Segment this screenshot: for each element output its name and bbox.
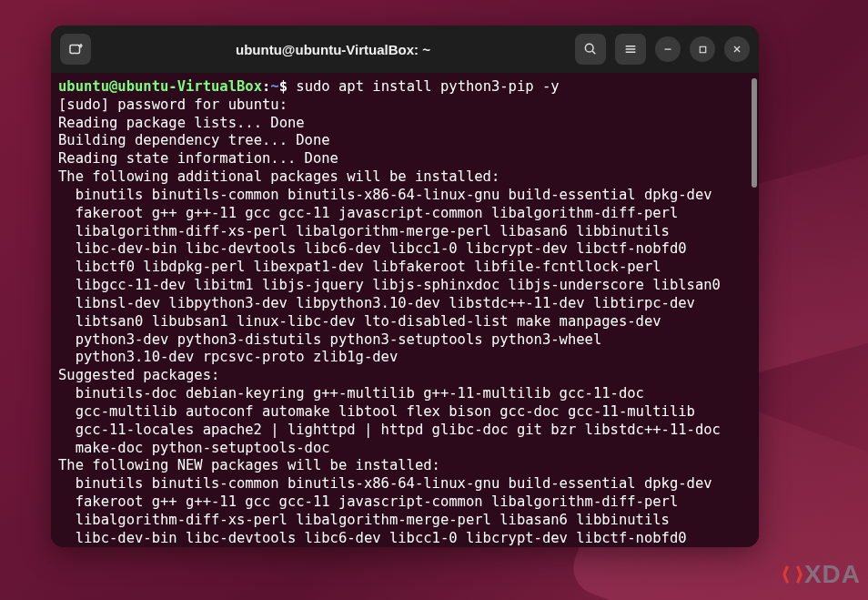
hamburger-icon: [623, 42, 638, 56]
package-line: python3.10-dev rpcsvc-proto zlib1g-dev: [58, 349, 752, 367]
close-button[interactable]: [724, 36, 750, 62]
package-line: libalgorithm-diff-xs-perl libalgorithm-m…: [58, 223, 752, 241]
command-text: sudo apt install python3-pip -y: [296, 78, 559, 95]
menu-button[interactable]: [615, 34, 646, 65]
search-icon: [583, 42, 598, 56]
package-line: libalgorithm-diff-xs-perl libalgorithm-m…: [58, 512, 752, 530]
output-line: Reading state information... Done: [58, 150, 752, 168]
minimize-button[interactable]: [655, 36, 681, 62]
prompt-dollar: $: [279, 78, 297, 95]
new-tab-icon: [67, 41, 84, 57]
output-line: The following NEW packages will be insta…: [58, 457, 752, 475]
prompt-userhost: ubuntu@ubuntu-VirtualBox: [58, 78, 262, 95]
minimize-icon: [662, 44, 673, 55]
watermark-logo: XDA: [782, 560, 861, 589]
package-line: make-doc python-setuptools-doc: [58, 440, 752, 458]
package-line: gcc-multilib autoconf automake libtool f…: [58, 403, 752, 422]
watermark-brackets-icon: [782, 563, 802, 586]
window-title: ubuntu@ubuntu-VirtualBox: ~: [98, 42, 568, 57]
output-line: Suggested packages:: [58, 367, 752, 385]
package-line: binutils binutils-common binutils-x86-64…: [58, 475, 752, 493]
output-line: The following additional packages will b…: [58, 168, 752, 187]
prompt-path: ~: [270, 78, 278, 95]
scrollbar-thumb[interactable]: [752, 78, 757, 188]
close-icon: [732, 44, 742, 55]
titlebar: ubuntu@ubuntu-VirtualBox: ~: [51, 25, 759, 73]
package-line: libgcc-11-dev libitm1 libjs-jquery libjs…: [58, 277, 752, 295]
output-line: Reading package lists... Done: [58, 115, 752, 133]
svg-rect-7: [700, 46, 705, 52]
output-line: [sudo] password for ubuntu:: [58, 97, 752, 115]
svg-rect-0: [70, 46, 80, 54]
svg-line-2: [592, 51, 595, 54]
prompt-colon: :: [262, 78, 270, 95]
package-line: libnsl-dev libpython3-dev libpython3.10-…: [58, 295, 752, 313]
package-line: binutils binutils-common binutils-x86-64…: [58, 187, 752, 205]
package-line: fakeroot g++ g++-11 gcc gcc-11 javascrip…: [58, 205, 752, 223]
search-button[interactable]: [575, 34, 606, 65]
maximize-icon: [698, 45, 708, 55]
prompt-line: ubuntu@ubuntu-VirtualBox:~$ sudo apt ins…: [58, 78, 752, 97]
new-tab-button[interactable]: [60, 34, 91, 65]
watermark-text: XDA: [804, 560, 861, 589]
package-line: libc-dev-bin libc-devtools libc6-dev lib…: [58, 530, 752, 547]
output-line: Building dependency tree... Done: [58, 132, 752, 150]
terminal-output[interactable]: ubuntu@ubuntu-VirtualBox:~$ sudo apt ins…: [51, 73, 759, 547]
terminal-window: ubuntu@ubuntu-VirtualBox: ~ ubuntu@ubunt…: [51, 25, 759, 547]
package-line: binutils-doc debian-keyring g++-multilib…: [58, 385, 752, 403]
package-line: libtsan0 libubsan1 linux-libc-dev lto-di…: [58, 313, 752, 331]
package-line: gcc-11-locales apache2 | lighttpd | http…: [58, 422, 752, 440]
svg-point-1: [585, 44, 593, 52]
package-line: fakeroot g++ g++-11 gcc gcc-11 javascrip…: [58, 493, 752, 512]
package-line: libc-dev-bin libc-devtools libc6-dev lib…: [58, 240, 752, 259]
package-line: libctf0 libdpkg-perl libexpat1-dev libfa…: [58, 259, 752, 277]
maximize-button[interactable]: [690, 36, 715, 62]
package-line: python3-dev python3-distutils python3-se…: [58, 331, 752, 350]
